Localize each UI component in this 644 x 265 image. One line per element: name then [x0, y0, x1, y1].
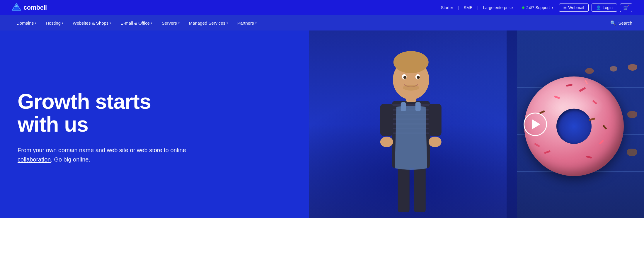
nav-servers[interactable]: Servers ▾ [157, 16, 184, 30]
webmail-label: Webmail [568, 5, 584, 10]
subtitle-mid1: and [94, 147, 107, 153]
svg-rect-3 [398, 165, 410, 212]
nav-email-chevron: ▾ [151, 21, 152, 25]
webmail-icon: ✉ [563, 6, 567, 10]
support-label: 24/7 Support [526, 5, 550, 10]
logo-text: combell [23, 4, 47, 11]
nav-domains[interactable]: Domains ▾ [12, 16, 41, 30]
svg-rect-14 [415, 102, 421, 111]
nav-partners[interactable]: Partners ▾ [233, 16, 261, 30]
nav-large-enterprise[interactable]: Large enterprise [479, 4, 516, 11]
svg-point-18 [429, 137, 442, 147]
top-bar-right: Starter | SME | Large enterprise 24/7 Su… [437, 4, 632, 12]
top-bar: combell Starter | SME | Large enterprise… [0, 0, 644, 15]
nav-servers-label: Servers [162, 21, 177, 26]
cart-button[interactable]: 🛒 [620, 4, 632, 12]
hero-subtitle: From your own domain name and web site o… [18, 145, 193, 164]
main-nav: Domains ▾ Hosting ▾ Websites & Shops ▾ E… [0, 15, 644, 30]
svg-rect-13 [401, 102, 406, 111]
audience-nav: Starter | SME | Large enterprise [437, 4, 517, 11]
bread-2 [610, 66, 617, 72]
support-badge[interactable]: 24/7 Support ▾ [522, 5, 553, 10]
svg-point-26 [403, 85, 419, 91]
combell-logo-icon [12, 3, 21, 12]
nav-sme[interactable]: SME [460, 4, 476, 11]
nav-email-office[interactable]: E-mail & Office ▾ [116, 16, 157, 30]
nav-managed-services[interactable]: Managed Services ▾ [184, 16, 233, 30]
hero-section: Growth startswith us From your own domai… [0, 30, 644, 218]
nav-hosting[interactable]: Hosting ▾ [41, 16, 68, 30]
sep1: | [458, 5, 459, 10]
svg-point-21 [393, 51, 429, 73]
nav-starter[interactable]: Starter [437, 4, 457, 11]
svg-point-24 [403, 76, 406, 79]
nav-websites-chevron: ▾ [110, 21, 111, 25]
svg-rect-15 [380, 104, 393, 136]
web-site-link[interactable]: web site [107, 147, 128, 153]
support-chevron-icon: ▾ [552, 6, 553, 9]
user-icon: 👤 [596, 5, 601, 10]
play-icon [532, 119, 540, 129]
nav-hosting-chevron: ▾ [62, 21, 63, 25]
nav-servers-chevron: ▾ [178, 21, 180, 25]
search-button[interactable]: 🔍 Search [610, 16, 632, 30]
nav-domains-label: Domains [16, 21, 34, 26]
svg-point-17 [380, 137, 393, 147]
svg-rect-4 [414, 165, 426, 212]
nav-email-label: E-mail & Office [120, 21, 150, 26]
hero-headline: Growth startswith us [18, 90, 337, 136]
nav-managed-chevron: ▾ [226, 21, 228, 25]
hero-image [309, 30, 644, 218]
subtitle-mid3: to [162, 147, 171, 153]
nav-websites-label: Websites & Shops [73, 21, 108, 26]
bread-3 [585, 68, 594, 74]
door-left [507, 30, 517, 218]
action-buttons: ✉ Webmail 👤 Login 🛒 [559, 4, 632, 12]
nav-websites-shops[interactable]: Websites & Shops ▾ [68, 16, 116, 30]
hero-content: Growth startswith us From your own domai… [0, 30, 354, 218]
webmail-button[interactable]: ✉ Webmail [559, 4, 589, 12]
nav-managed-label: Managed Services [189, 21, 225, 26]
svg-rect-6 [392, 104, 430, 106]
nav-hosting-label: Hosting [46, 21, 61, 26]
domain-name-link[interactable]: domain name [58, 147, 94, 153]
subtitle-end: . Go big online. [51, 156, 90, 163]
top-bar-left: combell [12, 3, 47, 12]
search-label: Search [618, 21, 632, 26]
logo[interactable]: combell [12, 3, 47, 12]
support-dot [522, 6, 524, 9]
web-store-link[interactable]: web store [137, 147, 162, 153]
cart-icon: 🛒 [623, 5, 629, 11]
search-icon: 🔍 [610, 20, 616, 26]
login-label: Login [603, 5, 613, 10]
subtitle-prefix: From your own [18, 147, 58, 153]
nav-partners-chevron: ▾ [255, 21, 257, 25]
svg-point-25 [417, 76, 420, 79]
nav-links: Domains ▾ Hosting ▾ Websites & Shops ▾ E… [12, 16, 261, 30]
nav-partners-label: Partners [237, 21, 254, 26]
nav-domains-chevron: ▾ [35, 21, 36, 25]
play-button[interactable] [524, 113, 547, 136]
login-button[interactable]: 👤 Login [592, 4, 617, 12]
svg-rect-16 [429, 104, 442, 136]
sep2: | [477, 5, 478, 10]
subtitle-mid2: or [128, 147, 137, 153]
